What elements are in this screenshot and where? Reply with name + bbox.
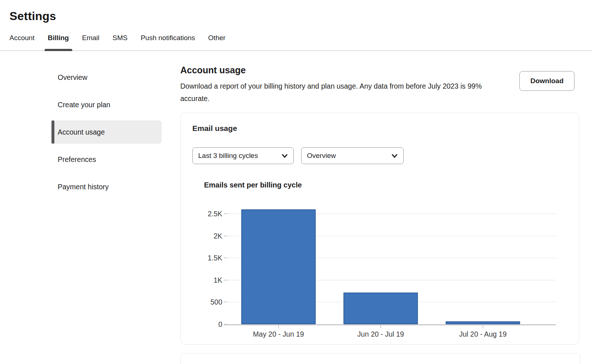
y-tick-label: 1K — [204, 275, 222, 285]
tab-email[interactable]: Email — [82, 34, 100, 50]
x-tick-label: Jul 20 - Aug 19 — [428, 330, 538, 338]
y-axis-tick — [224, 213, 227, 214]
x-tick-label: Jun 20 - Jul 19 — [326, 330, 435, 338]
tab-account[interactable]: Account — [9, 34, 35, 50]
y-tick-label: 0 — [204, 320, 222, 329]
billing-cycles-select-value: Last 3 billing cycles — [198, 152, 258, 160]
content-area: Overview Create your plan Account usage … — [0, 51, 592, 364]
sidebar-item-payment-history[interactable]: Payment history — [51, 175, 162, 198]
y-axis-tick — [224, 302, 227, 302]
chart-filters: Last 3 billing cycles Overview — [192, 147, 568, 164]
y-tick-label: 500 — [204, 297, 222, 307]
x-axis-tick — [278, 325, 279, 328]
chevron-down-icon — [391, 152, 398, 159]
billing-sidebar: Overview Create your plan Account usage … — [51, 51, 162, 364]
tab-billing[interactable]: Billing — [48, 34, 69, 50]
view-mode-select-value: Overview — [307, 152, 336, 160]
x-axis-line — [224, 324, 556, 325]
page-title: Settings — [9, 9, 592, 23]
y-axis-tick — [224, 257, 227, 258]
sidebar-item-preferences[interactable]: Preferences — [51, 148, 162, 171]
tab-sms[interactable]: SMS — [112, 34, 127, 50]
bar-2[interactable] — [343, 293, 418, 324]
view-mode-select[interactable]: Overview — [301, 147, 404, 164]
bar-1[interactable] — [241, 209, 316, 324]
bar-3[interactable] — [446, 321, 520, 324]
chart-title: Emails sent per billing cycle — [204, 181, 568, 189]
billing-cycles-select[interactable]: Last 3 billing cycles — [192, 147, 294, 164]
x-axis-tick — [483, 325, 483, 328]
download-button[interactable]: Download — [519, 71, 574, 91]
y-axis-tick — [224, 280, 227, 280]
page-header: Settings — [0, 0, 592, 23]
email-usage-card: Email usage Last 3 billing cycles Overvi… — [180, 113, 579, 345]
bar-chart: 05001K1.5K2K2.5KMay 20 - Jun 19Jun 20 - … — [204, 192, 564, 340]
sidebar-item-overview[interactable]: Overview — [51, 66, 162, 89]
main-panel: Account usage Download a report of your … — [180, 51, 580, 364]
sidebar-item-create-your-plan[interactable]: Create your plan — [51, 93, 162, 116]
tab-other[interactable]: Other — [208, 34, 226, 50]
card-title: Email usage — [192, 124, 568, 133]
x-axis-tick — [380, 325, 381, 328]
next-card-partial — [180, 353, 580, 364]
y-tick-label: 2.5K — [204, 209, 222, 218]
section-description: Download a report of your billing histor… — [180, 80, 485, 105]
tab-push-notifications[interactable]: Push notifications — [141, 34, 195, 50]
y-tick-label: 1.5K — [204, 253, 222, 263]
tab-bar: Account Billing Email SMS Push notificat… — [0, 34, 592, 51]
y-axis-tick — [224, 236, 227, 236]
chevron-down-icon — [281, 152, 288, 159]
sidebar-item-account-usage[interactable]: Account usage — [51, 120, 162, 144]
active-item-indicator — [51, 120, 54, 144]
y-tick-label: 2K — [204, 231, 222, 241]
x-tick-label: May 20 - Jun 19 — [224, 330, 333, 338]
active-tab-indicator — [45, 49, 72, 51]
